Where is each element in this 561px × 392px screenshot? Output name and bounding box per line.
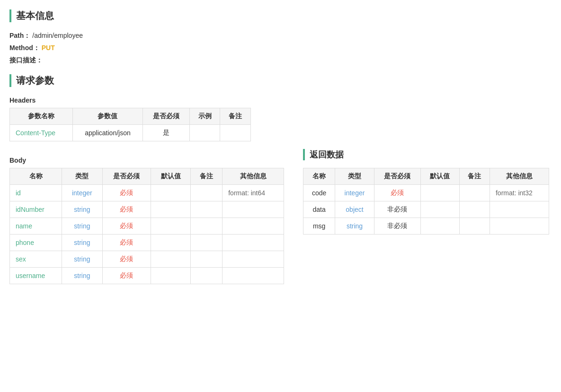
body-cell-remark xyxy=(191,201,223,218)
headers-col-name: 参数名称 xyxy=(10,108,73,125)
headers-cell-remark xyxy=(220,125,251,141)
body-cell-remark xyxy=(191,185,223,201)
headers-cell-value: application/json xyxy=(72,125,142,141)
body-data-row: sex string 必须 xyxy=(10,251,284,268)
body-cell-default xyxy=(151,218,191,235)
return-col-name: 名称 xyxy=(303,168,335,185)
body-col-remark: 备注 xyxy=(191,168,223,185)
return-cell-name: msg xyxy=(303,218,335,235)
body-data-row: username string 必须 xyxy=(10,268,284,284)
return-cell-required: 非必须 xyxy=(374,201,420,218)
body-col-type: 类型 xyxy=(62,168,103,185)
return-cell-other xyxy=(490,218,549,235)
request-title: 请求参数 xyxy=(9,74,552,87)
headers-cell-example xyxy=(189,125,220,141)
headers-col-required: 是否必须 xyxy=(143,108,190,125)
body-header-row: 名称 类型 是否必须 默认值 备注 其他信息 xyxy=(10,168,284,185)
body-cell-other xyxy=(223,251,284,268)
body-data-row: idNumber string 必须 xyxy=(10,201,284,218)
headers-table: 参数名称 参数值 是否必须 示例 备注 Content-Type applica… xyxy=(9,108,251,141)
path-label: Path： xyxy=(9,32,30,40)
body-data-row: id integer 必须 format: int64 xyxy=(10,185,284,201)
body-cell-remark xyxy=(191,251,223,268)
return-col-other: 其他信息 xyxy=(490,168,549,185)
body-cell-name: idNumber xyxy=(10,201,62,218)
body-cell-name: name xyxy=(10,218,62,235)
return-cell-other xyxy=(490,201,549,218)
body-cell-type: string xyxy=(62,268,103,284)
path-value: /admin/employee xyxy=(32,32,83,39)
body-cell-default xyxy=(151,268,191,284)
return-cell-name: code xyxy=(303,185,335,201)
body-cell-required: 必须 xyxy=(102,251,151,268)
body-cell-type: string xyxy=(62,218,103,235)
body-cell-other xyxy=(223,268,284,284)
body-col-required: 是否必须 xyxy=(102,168,151,185)
return-header-row: 名称 类型 是否必须 默认值 备注 其他信息 xyxy=(303,168,549,185)
request-section: 请求参数 Headers 参数名称 参数值 是否必须 示例 备注 Content… xyxy=(9,74,552,284)
return-cell-default xyxy=(421,201,459,218)
return-cell-type: object xyxy=(335,201,374,218)
body-cell-remark xyxy=(191,218,223,235)
body-cell-other xyxy=(223,201,284,218)
body-data-row: name string 必须 xyxy=(10,218,284,235)
body-cell-required: 必须 xyxy=(102,201,151,218)
body-data-row: phone string 必须 xyxy=(10,235,284,251)
body-cell-type: integer xyxy=(62,185,103,201)
body-cell-type: string xyxy=(62,251,103,268)
basic-info-title: 基本信息 xyxy=(9,9,552,22)
headers-col-remark: 备注 xyxy=(220,108,251,125)
body-cell-default xyxy=(151,235,191,251)
body-col-name: 名称 xyxy=(10,168,62,185)
body-cell-default xyxy=(151,251,191,268)
body-cell-other: format: int64 xyxy=(223,185,284,201)
return-cell-other: format: int32 xyxy=(490,185,549,201)
body-label: Body xyxy=(9,157,284,164)
headers-label: Headers xyxy=(9,96,552,104)
body-panel: Body 名称 类型 是否必须 默认值 备注 其他信息 id xyxy=(9,149,284,284)
desc-label: 接口描述： xyxy=(9,56,43,65)
body-cell-required: 必须 xyxy=(102,218,151,235)
body-cell-other xyxy=(223,218,284,235)
path-row: Path： /admin/employee xyxy=(9,32,552,40)
return-table: 名称 类型 是否必须 默认值 备注 其他信息 code integer 必须 f… xyxy=(303,168,549,235)
basic-info-section: 基本信息 Path： /admin/employee Method： PUT 接… xyxy=(9,9,552,65)
headers-col-example: 示例 xyxy=(189,108,220,125)
body-cell-required: 必须 xyxy=(102,185,151,201)
return-cell-remark xyxy=(459,185,490,201)
body-cell-remark xyxy=(191,235,223,251)
headers-col-value: 参数值 xyxy=(72,108,142,125)
return-col-remark: 备注 xyxy=(459,168,490,185)
return-col-default: 默认值 xyxy=(421,168,459,185)
return-cell-required: 非必须 xyxy=(374,218,420,235)
return-title: 返回数据 xyxy=(303,149,552,160)
body-cell-default xyxy=(151,185,191,201)
body-cell-default xyxy=(151,201,191,218)
body-cell-remark xyxy=(191,268,223,284)
body-col-other: 其他信息 xyxy=(223,168,284,185)
body-cell-other xyxy=(223,235,284,251)
body-cell-type: string xyxy=(62,201,103,218)
return-data-row: msg string 非必须 xyxy=(303,218,549,235)
method-label: Method： xyxy=(9,44,40,52)
body-table: 名称 类型 是否必须 默认值 备注 其他信息 id integer 必须 for… xyxy=(9,168,284,284)
return-col-required: 是否必须 xyxy=(374,168,420,185)
return-cell-required: 必须 xyxy=(374,185,420,201)
body-cell-name: phone xyxy=(10,235,62,251)
return-cell-remark xyxy=(459,201,490,218)
method-value: PUT xyxy=(42,44,55,52)
headers-header-row: 参数名称 参数值 是否必须 示例 备注 xyxy=(10,108,251,125)
headers-cell-required: 是 xyxy=(143,125,190,141)
return-data-row: data object 非必须 xyxy=(303,201,549,218)
return-col-type: 类型 xyxy=(335,168,374,185)
body-cell-required: 必须 xyxy=(102,268,151,284)
body-col-default: 默认值 xyxy=(151,168,191,185)
return-cell-name: data xyxy=(303,201,335,218)
headers-data-row: Content-Type application/json 是 xyxy=(10,125,251,141)
body-cell-name: username xyxy=(10,268,62,284)
return-panel: 返回数据 名称 类型 是否必须 默认值 备注 其他信息 cod xyxy=(303,149,552,235)
body-cell-name: id xyxy=(10,185,62,201)
body-cell-type: string xyxy=(62,235,103,251)
return-cell-default xyxy=(421,218,459,235)
return-data-row: code integer 必须 format: int32 xyxy=(303,185,549,201)
